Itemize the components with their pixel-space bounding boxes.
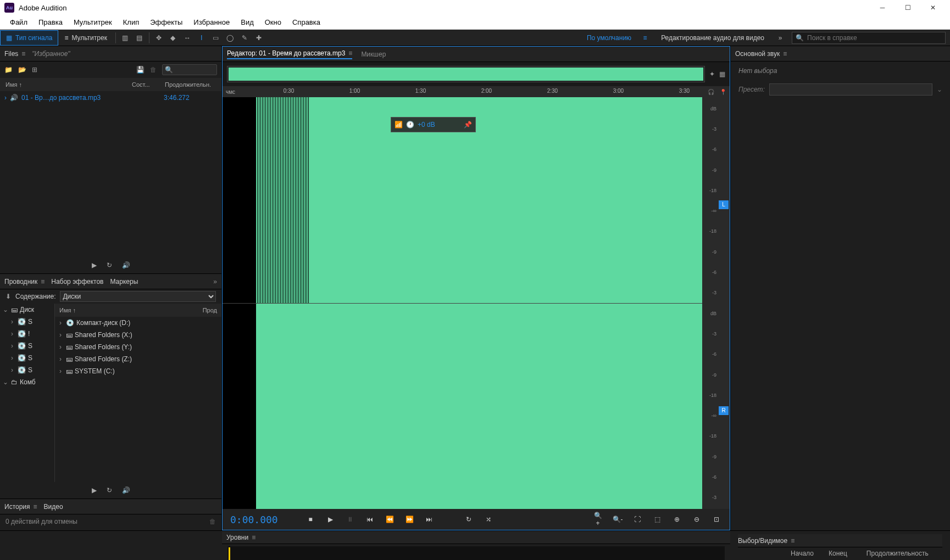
file-row[interactable]: ›🔊01 - Вр…до рассвета.mp3 3:46.272	[0, 91, 221, 104]
play-button[interactable]: ▶	[325, 516, 336, 523]
pin-icon[interactable]: 📍	[720, 89, 726, 95]
waveform-display[interactable]: 📶 🕐 +0 dB 📌 dB-3-6-9-18-∞-18-9-6-3dB-3-6…	[223, 97, 730, 509]
tab-essential-sound[interactable]: Основной звук≡	[735, 50, 787, 58]
spectral-pitch-icon[interactable]: ▤	[132, 31, 147, 45]
workspace-more-icon[interactable]: »	[773, 31, 787, 45]
download-icon[interactable]: ⬇	[5, 293, 11, 300]
channel-left-badge[interactable]: L	[719, 200, 729, 209]
menu-multitrack[interactable]: Мультитрек	[68, 18, 118, 26]
tab-explorer[interactable]: Проводник≡	[4, 278, 45, 285]
multitrack-view-button[interactable]: ≡ Мультитрек	[58, 30, 113, 46]
col-duration[interactable]: Продолжительн.	[165, 81, 211, 88]
maximize-button[interactable]: ☐	[895, 0, 920, 15]
tab-editor[interactable]: Редактор: 01 - Время до рассвета.mp3≡	[227, 49, 352, 59]
tree-drive-item[interactable]: ›💽S	[0, 352, 54, 364]
tab-markers[interactable]: Маркеры	[110, 278, 138, 285]
tab-video[interactable]: Видео	[44, 503, 63, 511]
import-icon[interactable]: 📂	[18, 66, 26, 74]
col-name[interactable]: Имя ↑	[5, 81, 132, 88]
list-item[interactable]: ›🖴Shared Folders (Z:)	[55, 353, 221, 365]
menu-window[interactable]: Окно	[259, 18, 287, 26]
save-icon[interactable]: 💾	[136, 66, 145, 74]
zoom-out-icon[interactable]: 🔍-	[612, 516, 623, 523]
slip-tool-icon[interactable]: ↔	[180, 31, 195, 45]
properties-icon[interactable]: ▦	[719, 70, 725, 78]
tab-effects-rack[interactable]: Набор эффектов	[51, 278, 103, 285]
tab-mixer[interactable]: Микшер	[361, 51, 386, 58]
brush-tool-icon[interactable]: ✎	[237, 31, 252, 45]
zoom-out-point-icon[interactable]: ⊖	[691, 516, 702, 523]
col-state[interactable]: Сост...	[132, 81, 165, 88]
zoom-in-icon[interactable]: 🔍+	[592, 512, 603, 527]
help-search-input[interactable]	[807, 34, 942, 42]
rewind-button[interactable]: ⏪	[384, 516, 395, 523]
spectral-freq-icon[interactable]: ▥	[118, 31, 132, 45]
tab-levels[interactable]: Уровни≡	[226, 534, 255, 541]
delete-icon[interactable]: 🗑	[150, 66, 157, 74]
tree-drive-item[interactable]: ›💽S	[0, 340, 54, 352]
menu-favorites[interactable]: Избранное	[188, 18, 235, 26]
menu-help[interactable]: Справка	[287, 18, 326, 26]
loop-button[interactable]: ↻	[463, 516, 474, 523]
effects-icon[interactable]: ✦	[709, 70, 715, 78]
mini-loop-icon[interactable]: ↻	[107, 261, 112, 269]
tab-favorites[interactable]: "Избранное"	[32, 50, 70, 58]
heal-tool-icon[interactable]: ✚	[252, 31, 266, 45]
list-item[interactable]: ›🖴SYSTEM (C:)	[55, 365, 221, 377]
tab-files[interactable]: Files≡	[4, 50, 25, 58]
current-time[interactable]: 0:00.000	[230, 514, 296, 525]
stop-button[interactable]: ■	[305, 516, 316, 523]
minimize-button[interactable]: ─	[870, 0, 895, 15]
tree-disks[interactable]: ⌄🖴Диск	[0, 304, 54, 316]
list-item[interactable]: ›🖴Shared Folders (Y:)	[55, 341, 221, 353]
trash-icon[interactable]: 🗑	[209, 518, 216, 525]
overview-waveform[interactable]	[227, 66, 705, 82]
time-ruler[interactable]: чмс 0:30 1:00 1:30 2:00 2:30 3:00 3:30 🎧…	[223, 86, 730, 97]
workspace-menu-icon[interactable]: ≡	[638, 31, 652, 45]
mini-loop-icon[interactable]: ↻	[107, 486, 112, 494]
tree-drive-item[interactable]: ›💽S	[0, 364, 54, 376]
workspace-video[interactable]: Редактирование аудио для видео	[652, 34, 773, 42]
lasso-tool-icon[interactable]: ◯	[223, 31, 237, 45]
preset-dropdown-icon[interactable]: ⌄	[937, 86, 942, 93]
zoom-reset-icon[interactable]: ⊡	[711, 516, 722, 523]
col-dur[interactable]: Прод	[203, 307, 217, 313]
menu-view[interactable]: Вид	[235, 18, 259, 26]
close-button[interactable]: ✕	[920, 0, 946, 15]
list-item[interactable]: ›🖴Shared Folders (X:)	[55, 329, 221, 341]
menu-clip[interactable]: Клип	[118, 18, 145, 26]
time-select-tool-icon[interactable]: Ⅰ	[195, 31, 209, 45]
skip-selection-button[interactable]: ⤭	[483, 516, 494, 523]
list-item[interactable]: ›💿Компакт-диск (D:)	[55, 317, 221, 329]
files-filter[interactable]: 🔍	[162, 64, 217, 75]
tree-drive-item[interactable]: ›💽!	[0, 328, 54, 340]
menu-effects[interactable]: Эффекты	[145, 18, 188, 26]
preset-select[interactable]	[769, 83, 932, 96]
zoom-selection-icon[interactable]: ⬚	[652, 516, 663, 523]
mini-play-icon[interactable]: ▶	[92, 486, 97, 494]
zoom-full-icon[interactable]: ⛶	[632, 516, 643, 523]
channel-right-badge[interactable]: R	[719, 406, 729, 415]
mini-autoplay-icon[interactable]: 🔊	[122, 486, 130, 494]
zoom-in-point-icon[interactable]: ⊕	[671, 516, 682, 523]
help-search[interactable]: 🔍	[792, 32, 946, 44]
move-tool-icon[interactable]: ✥	[152, 31, 166, 45]
marquee-tool-icon[interactable]: ▭	[209, 31, 223, 45]
workspace-default[interactable]: По умолчанию	[580, 34, 638, 42]
panel-more-icon[interactable]: »	[145, 278, 217, 285]
tab-history[interactable]: История≡	[4, 503, 37, 511]
pause-button[interactable]: ⏸	[345, 516, 355, 523]
menu-file[interactable]: Файл	[4, 18, 33, 26]
new-file-icon[interactable]: ⊞	[32, 66, 37, 74]
tree-drive-item[interactable]: ›💽S	[0, 316, 54, 328]
goto-start-button[interactable]: ⏮	[364, 516, 375, 523]
pin-icon[interactable]: 📌	[464, 121, 472, 128]
tree-combo[interactable]: ⌄🗀Комб	[0, 376, 54, 388]
mini-autoplay-icon[interactable]: 🔊	[122, 261, 130, 269]
forward-button[interactable]: ⏩	[404, 516, 415, 523]
levels-meter[interactable]	[227, 546, 725, 560]
headphones-icon[interactable]: 🎧	[708, 89, 714, 95]
menu-edit[interactable]: Правка	[33, 18, 68, 26]
open-file-icon[interactable]: 📁	[4, 66, 13, 74]
mini-play-icon[interactable]: ▶	[92, 261, 97, 269]
